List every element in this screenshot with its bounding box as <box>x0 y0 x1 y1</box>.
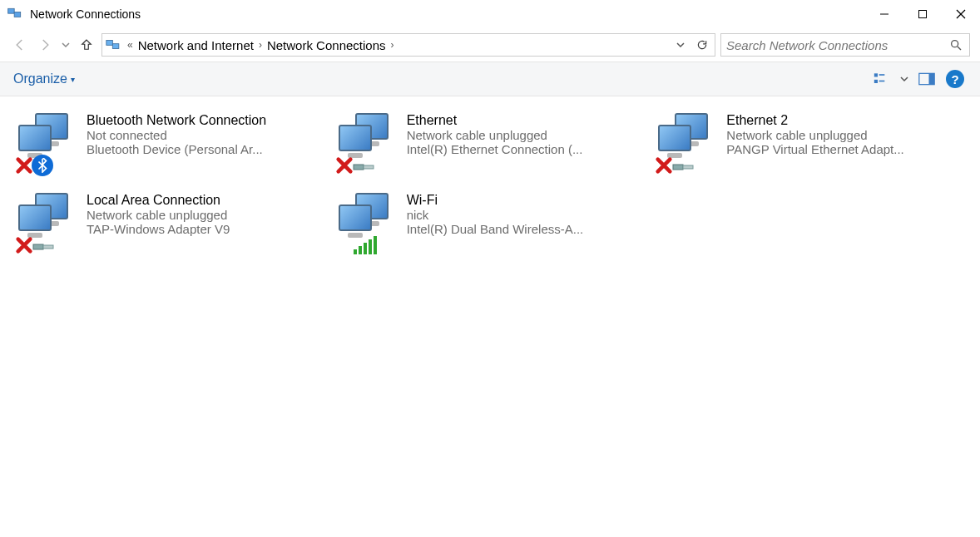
search-box[interactable] <box>720 33 970 57</box>
up-button[interactable] <box>77 35 97 55</box>
address-dropdown-button[interactable] <box>671 34 690 56</box>
address-bar[interactable]: « Network and Internet › Network Connect… <box>101 33 715 57</box>
connection-device: Bluetooth Device (Personal Ar... <box>87 142 266 156</box>
connection-icon <box>17 193 77 253</box>
connection-icon <box>17 113 77 173</box>
view-dropdown-button[interactable] <box>898 67 910 91</box>
connection-status: Not connected <box>87 128 266 142</box>
window-title: Network Connections <box>30 7 141 21</box>
forward-button[interactable] <box>35 35 55 55</box>
connection-status: Network cable unplugged <box>407 128 583 142</box>
search-icon[interactable] <box>948 38 964 52</box>
connection-name: Wi-Fi <box>407 193 584 208</box>
cable-icon <box>32 241 57 253</box>
connection-item[interactable]: Ethernet 2 Network cable unplugged PANGP… <box>653 111 967 188</box>
preview-pane-button[interactable] <box>915 67 938 91</box>
disconnected-x-icon <box>15 156 33 175</box>
svg-rect-12 <box>874 80 878 83</box>
search-input[interactable] <box>726 38 948 52</box>
breadcrumb-prefix: « <box>126 39 135 51</box>
help-icon: ? <box>946 70 964 88</box>
view-options-button[interactable] <box>870 67 893 91</box>
close-button[interactable] <box>942 0 980 28</box>
chevron-right-icon: › <box>257 39 264 51</box>
connection-icon <box>337 193 397 253</box>
connections-list: Bluetooth Network Connection Not connect… <box>0 96 980 537</box>
chevron-down-icon: ▾ <box>71 75 75 84</box>
app-icon <box>7 6 23 22</box>
connection-icon <box>656 113 716 173</box>
svg-rect-3 <box>919 11 927 18</box>
svg-rect-21 <box>43 245 53 249</box>
connection-name: Ethernet <box>407 113 583 128</box>
connection-item[interactable]: Local Area Connection Network cable unpl… <box>13 191 327 268</box>
svg-rect-7 <box>112 43 118 48</box>
minimize-button[interactable] <box>865 0 903 28</box>
title-bar: Network Connections <box>0 0 980 28</box>
connection-device: PANGP Virtual Ethernet Adapt... <box>726 142 903 156</box>
disconnected-x-icon <box>335 156 354 175</box>
svg-point-8 <box>952 41 958 47</box>
command-bar: Organize ▾ ? <box>0 62 980 96</box>
connection-status: Network cable unplugged <box>87 208 230 222</box>
disconnected-x-icon <box>655 156 673 175</box>
maximize-button[interactable] <box>903 0 942 28</box>
bluetooth-icon <box>32 155 53 176</box>
svg-rect-15 <box>929 73 935 84</box>
connection-icon <box>337 113 397 173</box>
refresh-button[interactable] <box>693 34 711 56</box>
recent-locations-button[interactable] <box>60 35 72 55</box>
svg-rect-20 <box>33 244 43 249</box>
connection-item[interactable]: Wi-Fi nick Intel(R) Dual Band Wireless-A… <box>334 191 647 268</box>
organize-menu[interactable]: Organize ▾ <box>13 71 75 86</box>
help-button[interactable]: ? <box>943 67 967 91</box>
svg-rect-0 <box>8 8 15 13</box>
connection-device: Intel(R) Ethernet Connection (... <box>407 142 583 156</box>
cable-icon <box>671 161 696 173</box>
disconnected-x-icon <box>15 236 33 254</box>
address-icon <box>106 37 122 52</box>
connection-item[interactable]: Ethernet Network cable unplugged Intel(R… <box>334 111 647 188</box>
organize-label: Organize <box>13 71 67 86</box>
connection-name: Ethernet 2 <box>726 113 903 128</box>
breadcrumb-item[interactable]: Network and Internet <box>138 38 254 52</box>
svg-rect-10 <box>874 73 878 76</box>
cable-icon <box>352 161 377 173</box>
connection-device: Intel(R) Dual Band Wireless-A... <box>407 222 584 236</box>
breadcrumb-item[interactable]: Network Connections <box>267 38 386 52</box>
svg-rect-16 <box>354 165 364 170</box>
svg-rect-19 <box>683 165 693 169</box>
svg-rect-17 <box>364 165 374 169</box>
chevron-right-icon: › <box>389 39 396 51</box>
svg-rect-1 <box>14 12 20 17</box>
svg-rect-18 <box>673 165 683 170</box>
wifi-signal-icon <box>354 236 377 254</box>
connection-name: Bluetooth Network Connection <box>87 113 266 128</box>
back-button[interactable] <box>10 35 30 55</box>
connection-status: nick <box>407 208 584 222</box>
svg-rect-6 <box>106 40 112 45</box>
connection-device: TAP-Windows Adapter V9 <box>87 222 230 236</box>
nav-row: « Network and Internet › Network Connect… <box>0 28 980 62</box>
connection-status: Network cable unplugged <box>726 128 903 142</box>
svg-line-9 <box>958 47 961 50</box>
connection-name: Local Area Connection <box>87 193 230 208</box>
connection-item[interactable]: Bluetooth Network Connection Not connect… <box>13 111 327 188</box>
